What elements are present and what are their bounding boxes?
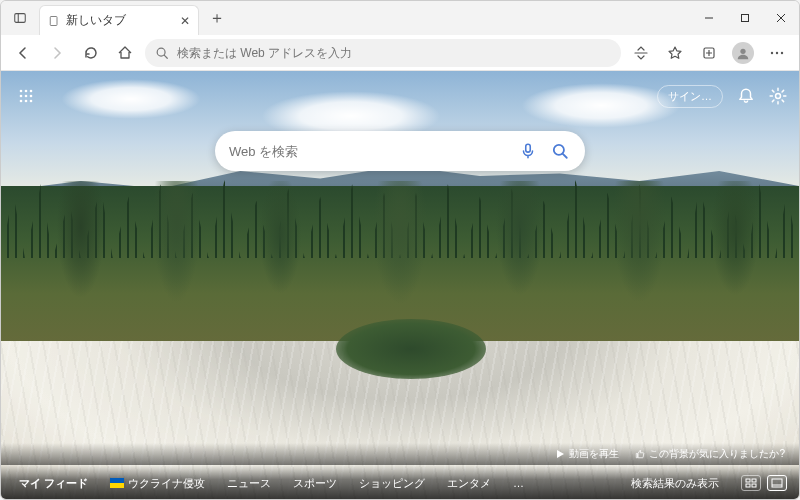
svg-point-23 [25,100,28,103]
menu-button[interactable] [763,39,791,67]
voice-search-button[interactable] [517,140,539,162]
svg-rect-0 [15,14,26,23]
feed-more-button[interactable]: … [507,473,530,493]
svg-point-14 [776,51,778,53]
feed-title[interactable]: マイ フィード [13,472,94,495]
window-titlebar: 新しいタブ ✕ ＋ [1,1,799,35]
svg-line-8 [164,55,167,58]
search-icon [551,142,569,160]
feed-bar: マイ フィード ウクライナ侵攻 ニュース スポーツ ショッピング エンタメ … … [1,465,799,500]
notifications-button[interactable] [737,87,755,105]
browser-tab[interactable]: 新しいタブ ✕ [39,5,199,35]
svg-point-19 [20,95,23,98]
play-video-button[interactable]: 動画を再生 [555,447,619,461]
thumbs-up-icon [635,449,645,459]
refresh-button[interactable] [77,39,105,67]
search-button[interactable] [549,140,571,162]
new-tab-page: サイン… 動画を再生 この背景が気に入りましたか? マイ フィード ウクライナ侵… [1,71,799,500]
page-settings-button[interactable] [769,87,787,105]
profile-button[interactable] [729,39,757,67]
signin-button[interactable]: サイン… [657,85,723,108]
tab-actions-icon [13,11,27,25]
svg-rect-4 [742,15,749,22]
svg-line-28 [563,154,567,158]
ukraine-flag-icon [110,478,124,488]
layout-focused-icon [745,478,757,488]
feed-item-ukraine[interactable]: ウクライナ侵攻 [104,472,211,495]
svg-point-24 [30,100,33,103]
svg-point-22 [20,100,23,103]
svg-rect-31 [746,484,750,487]
svg-point-25 [776,94,781,99]
play-label: 動画を再生 [569,447,619,461]
like-background-button[interactable]: この背景が気に入りましたか? [635,447,785,461]
svg-point-20 [25,95,28,98]
omnibox-input[interactable] [177,46,611,60]
svg-rect-30 [752,479,756,482]
page-icon [48,15,60,27]
feed-item-entertainment[interactable]: エンタメ [441,472,497,495]
app-launcher-button[interactable] [13,83,39,109]
window-close-button[interactable] [763,1,799,35]
search-icon [155,46,169,60]
svg-point-12 [740,48,745,53]
svg-point-18 [30,90,33,93]
window-minimize-button[interactable] [691,1,727,35]
back-button[interactable] [9,39,37,67]
microphone-icon [519,142,537,160]
omnibox[interactable] [145,39,621,67]
svg-rect-29 [746,479,750,482]
layout-focused-button[interactable] [741,475,761,491]
ntp-search-input[interactable] [229,144,507,159]
svg-point-21 [30,95,33,98]
bell-icon [737,87,755,105]
play-icon [555,449,565,459]
avatar-icon [732,42,754,64]
feed-item-news[interactable]: ニュース [221,472,277,495]
feed-item-shopping[interactable]: ショッピング [353,472,431,495]
gear-icon [769,87,787,105]
new-tab-button[interactable]: ＋ [203,4,231,32]
svg-point-16 [20,90,23,93]
feed-item-sports[interactable]: スポーツ [287,472,343,495]
favorites-button[interactable] [661,39,689,67]
window-maximize-button[interactable] [727,1,763,35]
read-aloud-button[interactable] [627,39,655,67]
signin-label: サイン… [668,90,712,102]
forward-button[interactable] [43,39,71,67]
svg-point-15 [781,51,783,53]
grid-icon [18,88,34,104]
layout-inspirational-button[interactable] [767,475,787,491]
svg-rect-33 [772,479,782,487]
svg-point-13 [771,51,773,53]
ntp-search-box[interactable] [215,131,585,171]
browser-toolbar [1,35,799,71]
tab-title: 新しいタブ [66,12,126,29]
svg-point-17 [25,90,28,93]
tab-close-button[interactable]: ✕ [180,14,190,28]
home-button[interactable] [111,39,139,67]
layout-inspirational-icon [771,478,783,488]
collections-button[interactable] [695,39,723,67]
svg-rect-32 [752,484,756,487]
svg-rect-26 [526,144,531,152]
tab-actions-button[interactable] [1,1,39,35]
svg-rect-2 [50,16,57,25]
layout-label[interactable]: 検索結果のみ表示 [625,472,725,495]
like-label: この背景が気に入りましたか? [649,447,785,461]
